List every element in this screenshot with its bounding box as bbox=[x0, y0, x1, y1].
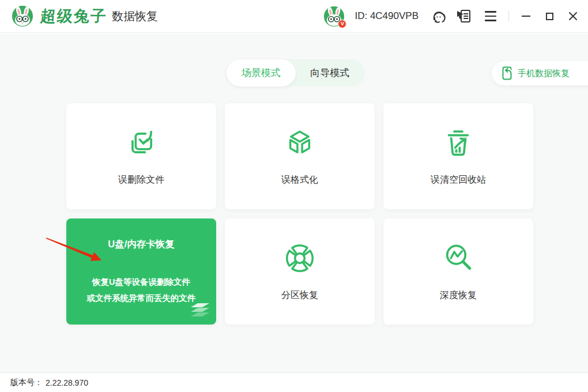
card-grid: 误删除文件 误格式化 bbox=[66, 103, 533, 325]
card-label: 误删除文件 bbox=[118, 174, 164, 186]
menu-icon[interactable] bbox=[483, 8, 499, 24]
card-label: 分区恢复 bbox=[281, 289, 318, 301]
phone-restore-icon bbox=[501, 66, 513, 80]
card-partition-recovery[interactable]: 分区恢复 bbox=[225, 218, 375, 325]
avatar[interactable]: V bbox=[323, 6, 345, 27]
minimize-icon[interactable] bbox=[519, 9, 533, 23]
titlebar-divider bbox=[508, 11, 509, 21]
brand: 超级兔子 数据恢复 bbox=[12, 5, 158, 27]
rabbit-logo-icon bbox=[12, 5, 33, 27]
partition-icon bbox=[284, 242, 316, 274]
card-label: 误格式化 bbox=[281, 174, 318, 186]
user-id: ID: 4C490VPB bbox=[355, 10, 419, 22]
file-restore-icon bbox=[125, 127, 157, 159]
card-description: 恢复U盘等设备误删除文件 或文件系统异常而丢失的文件 bbox=[87, 274, 196, 306]
titlebar: 超级兔子 数据恢复 V ID: 4C490VPB bbox=[0, 0, 588, 33]
product-name: 数据恢复 bbox=[112, 9, 158, 24]
feedback-icon[interactable] bbox=[457, 8, 473, 24]
card-formatted[interactable]: 误格式化 bbox=[225, 103, 375, 209]
card-label: 误清空回收站 bbox=[431, 174, 486, 186]
deep-scan-icon bbox=[442, 242, 474, 274]
statusbar: 版本号： 2.22.28.970 bbox=[0, 372, 588, 392]
version-number: 2.22.28.970 bbox=[46, 378, 88, 387]
version-label: 版本号： bbox=[10, 378, 43, 388]
card-title: U盘/内存卡恢复 bbox=[108, 238, 175, 251]
brand-name: 超级兔子 bbox=[40, 6, 108, 27]
phone-data-recovery-button[interactable]: 手机数据恢复 bbox=[492, 61, 588, 85]
close-icon[interactable] bbox=[566, 9, 580, 23]
phone-button-label: 手机数据恢复 bbox=[518, 68, 570, 79]
mode-tabs: 场景模式 向导模式 bbox=[227, 59, 364, 86]
support-headset-icon[interactable] bbox=[431, 8, 447, 24]
card-recycle-bin[interactable]: 误清空回收站 bbox=[383, 103, 533, 209]
card-label: 深度恢复 bbox=[440, 289, 477, 301]
tab-scene-mode[interactable]: 场景模式 bbox=[227, 59, 296, 86]
titlebar-right: V ID: 4C490VPB bbox=[323, 6, 580, 27]
card-deleted-files[interactable]: 误删除文件 bbox=[66, 103, 216, 209]
tab-wizard-mode[interactable]: 向导模式 bbox=[296, 59, 365, 86]
layers-icon bbox=[190, 302, 210, 319]
app-window: 超级兔子 数据恢复 V ID: 4C490VPB bbox=[0, 0, 588, 392]
trash-restore-icon bbox=[442, 127, 474, 159]
card-usb-memory-recovery[interactable]: U盘/内存卡恢复 恢复U盘等设备误删除文件 或文件系统异常而丢失的文件 bbox=[66, 218, 216, 325]
vip-badge: V bbox=[338, 20, 346, 28]
main-content: 场景模式 向导模式 手机数据恢复 误删除文件 bbox=[0, 33, 588, 372]
card-deep-recovery[interactable]: 深度恢复 bbox=[383, 218, 533, 325]
maximize-icon[interactable] bbox=[542, 9, 556, 23]
cube-icon bbox=[284, 127, 316, 159]
